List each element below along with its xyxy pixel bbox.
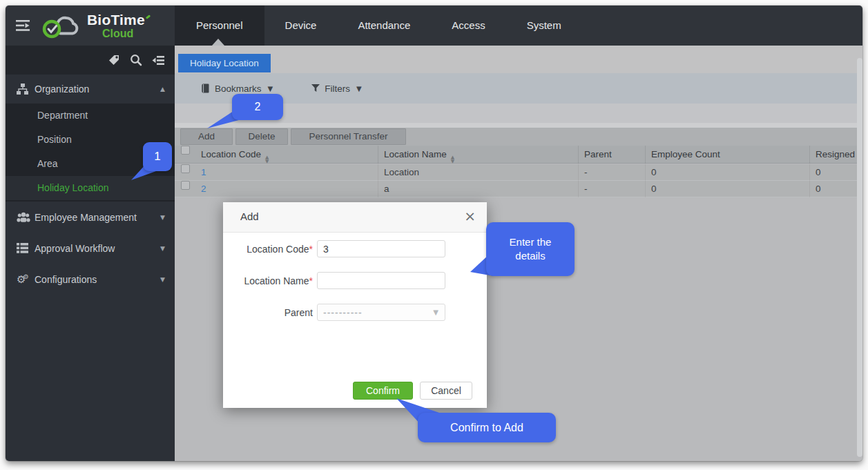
logo-accent-tick-icon bbox=[146, 14, 151, 19]
cell-parent: - bbox=[579, 181, 646, 197]
location-name-label: Location Name* bbox=[223, 275, 313, 286]
location-code-input[interactable] bbox=[317, 240, 445, 257]
location-name-input[interactable] bbox=[317, 272, 445, 289]
location-code-link[interactable]: 1 bbox=[201, 167, 206, 177]
header-cell-checkbox bbox=[175, 146, 195, 164]
bookmarks-label: Bookmarks bbox=[215, 84, 262, 94]
add-button[interactable]: Add bbox=[180, 128, 233, 145]
nav-tab-device[interactable]: Device bbox=[264, 6, 338, 46]
field-row-location-name: Location Name* bbox=[223, 272, 487, 289]
action-button-bar: Add Delete Personnel Transfer bbox=[175, 128, 862, 146]
page-tab-bar: Holiday Location bbox=[175, 46, 862, 73]
field-row-parent: Parent ---------- ▼ bbox=[223, 304, 487, 321]
sidebar-header bbox=[6, 46, 175, 75]
sidebar-group-organization[interactable]: Organization ▲ bbox=[6, 75, 175, 104]
app-logo: BioTime Cloud bbox=[41, 10, 151, 41]
header-cell-location-name[interactable]: Location Name▲▼ bbox=[378, 146, 579, 164]
dialog-header: Add × bbox=[223, 202, 487, 233]
sidebar-group-approval-workflow[interactable]: Approval Workflow ▼ bbox=[6, 233, 175, 264]
header-cell-parent: Parent bbox=[579, 146, 646, 164]
bookmarks-dropdown[interactable]: Bookmarks ▼ bbox=[201, 84, 273, 94]
table-row: 2 a - 0 0 bbox=[175, 181, 862, 197]
logo-cloud: Cloud bbox=[87, 28, 151, 39]
required-asterisk: * bbox=[309, 244, 313, 255]
row-checkbox[interactable] bbox=[181, 181, 190, 190]
sidebar-item-department[interactable]: Department bbox=[6, 104, 175, 128]
chevron-up-icon: ▲ bbox=[160, 86, 165, 92]
personnel-transfer-button[interactable]: Personnel Transfer bbox=[291, 128, 406, 145]
step-1-callout: 1 bbox=[143, 142, 172, 171]
nav-tab-system[interactable]: System bbox=[506, 6, 582, 46]
sidebar-toggle-icon[interactable] bbox=[15, 19, 32, 32]
app-window: BioTime Cloud Personnel Device Attendanc… bbox=[6, 6, 862, 461]
step-2-callout: 2 bbox=[232, 94, 283, 120]
confirm-button[interactable]: Confirm bbox=[353, 382, 413, 400]
cancel-button[interactable]: Cancel bbox=[420, 382, 472, 400]
cell-resigned: 0 bbox=[810, 164, 862, 181]
enter-details-callout: Enter the details bbox=[486, 222, 575, 276]
sidebar-group-label: Approval Workflow bbox=[35, 243, 160, 254]
book-icon bbox=[201, 84, 210, 93]
sidebar-group-configurations[interactable]: ⚙⚙ Configurations ▼ bbox=[6, 264, 175, 295]
sidebar-group-label: Configurations bbox=[35, 274, 160, 285]
logo-text: BioTime Cloud bbox=[87, 12, 151, 39]
top-bar: BioTime Cloud Personnel Device Attendanc… bbox=[6, 6, 862, 46]
row-cell-checkbox bbox=[175, 164, 195, 181]
cell-location-name: a bbox=[378, 181, 579, 197]
sort-icon[interactable]: ▲▼ bbox=[451, 155, 454, 164]
header-cell-resigned: Resigned bbox=[810, 146, 862, 164]
location-code-link[interactable]: 2 bbox=[201, 184, 206, 194]
cell-employee-count: 0 bbox=[646, 181, 810, 197]
tag-icon[interactable] bbox=[108, 54, 120, 66]
sidebar-item-holiday-location[interactable]: Holiday Location bbox=[6, 176, 175, 200]
dialog-title: Add bbox=[240, 210, 259, 222]
nav-tab-access[interactable]: Access bbox=[431, 6, 505, 46]
header-cell-location-code[interactable]: Location Code▲▼ bbox=[195, 146, 378, 164]
confirm-to-add-callout: Confirm to Add bbox=[418, 413, 556, 442]
filters-label: Filters bbox=[325, 84, 350, 94]
field-row-location-code: Location Code* bbox=[223, 240, 487, 257]
logo-biotime: BioTime bbox=[87, 12, 145, 28]
add-dialog: Add × Location Code* Location Name* Pare… bbox=[223, 202, 487, 408]
row-cell-checkbox bbox=[175, 181, 195, 197]
select-all-checkbox[interactable] bbox=[181, 146, 190, 155]
cell-location-code: 2 bbox=[195, 181, 378, 197]
chevron-down-icon: ▼ bbox=[356, 85, 362, 92]
table-row: 1 Location - 0 0 bbox=[175, 164, 862, 181]
filter-icon bbox=[311, 84, 320, 92]
delete-button[interactable]: Delete bbox=[235, 128, 288, 145]
menu-list-icon[interactable] bbox=[152, 55, 165, 66]
cell-location-name: Location bbox=[378, 164, 579, 181]
scrollbar[interactable] bbox=[857, 58, 862, 457]
parent-label: Parent bbox=[223, 307, 313, 318]
users-icon bbox=[17, 212, 35, 223]
gears-icon: ⚙⚙ bbox=[17, 273, 35, 286]
sidebar-group-employee-management[interactable]: Employee Management ▼ bbox=[6, 202, 175, 233]
sidebar-group-label: Organization bbox=[35, 84, 160, 95]
parent-select[interactable]: ---------- ▼ bbox=[317, 304, 445, 321]
cell-employee-count: 0 bbox=[646, 164, 810, 181]
divider-strip bbox=[175, 123, 862, 128]
cell-location-code: 1 bbox=[195, 164, 378, 181]
active-tab-notch bbox=[212, 39, 224, 46]
cell-parent: - bbox=[579, 164, 646, 181]
chevron-down-icon: ▼ bbox=[433, 309, 439, 316]
chevron-down-icon: ▼ bbox=[160, 276, 165, 283]
list-grid-icon bbox=[17, 243, 35, 253]
nav-tab-attendance[interactable]: Attendance bbox=[337, 6, 431, 46]
sidebar: Organization ▲ Department Position Area … bbox=[6, 46, 175, 461]
location-code-label: Location Code* bbox=[223, 244, 313, 255]
chevron-down-icon: ▼ bbox=[160, 245, 165, 252]
sort-icon[interactable]: ▲▼ bbox=[265, 155, 269, 164]
row-checkbox[interactable] bbox=[181, 164, 190, 173]
parent-select-value: ---------- bbox=[323, 307, 363, 318]
chevron-down-icon: ▼ bbox=[160, 214, 165, 221]
page-tab-holiday-location[interactable]: Holiday Location bbox=[178, 54, 271, 72]
sidebar-group-label: Employee Management bbox=[35, 212, 160, 223]
sitemap-icon bbox=[17, 84, 35, 95]
main-nav: Personnel Device Attendance Access Syste… bbox=[175, 6, 582, 46]
search-icon[interactable] bbox=[130, 54, 142, 66]
filters-dropdown[interactable]: Filters ▼ bbox=[311, 84, 361, 94]
chevron-down-icon: ▼ bbox=[268, 85, 273, 92]
close-icon[interactable]: × bbox=[464, 208, 476, 224]
